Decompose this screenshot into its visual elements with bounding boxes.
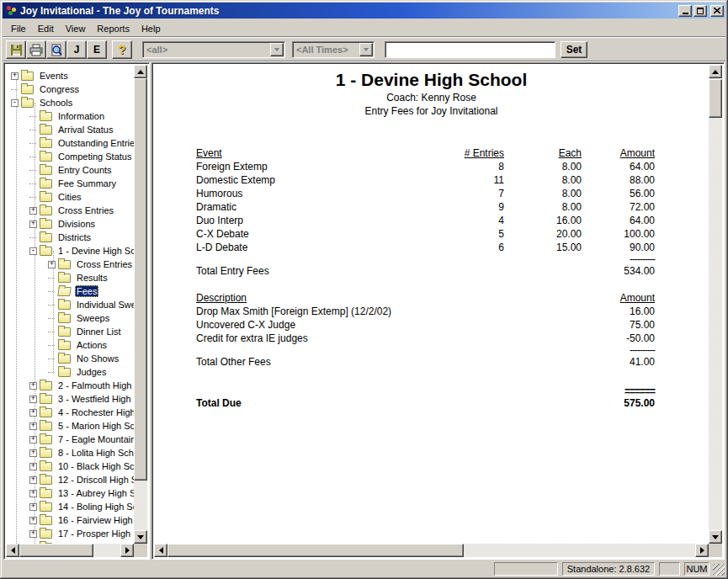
event-filter-combobox[interactable]: <all> — [142, 41, 285, 58]
tree-item-cross-entries[interactable]: +Cross Entries — [6, 258, 134, 271]
tree-label[interactable]: Actions — [75, 339, 109, 351]
entries-button[interactable]: E — [87, 40, 107, 59]
tree-label[interactable]: Results — [75, 272, 109, 284]
tree-label[interactable]: Individual Swee — [75, 299, 134, 311]
tree-item-4-rochester-high[interactable]: +4 - Rochester High — [6, 406, 134, 419]
tree-label[interactable]: 3 - Westfield High S — [56, 393, 134, 405]
plus-expander-icon[interactable]: + — [29, 517, 37, 524]
maximize-button[interactable] — [693, 5, 707, 17]
plus-expander-icon[interactable]: + — [29, 530, 37, 538]
plus-expander-icon[interactable]: + — [11, 72, 19, 80]
plus-expander-icon[interactable]: + — [48, 261, 56, 268]
tree-item-actions[interactable]: Actions — [6, 338, 134, 352]
tree-label[interactable]: Cities — [56, 191, 83, 203]
tree-label[interactable]: Divisions — [56, 218, 97, 230]
tree-item-individual-swee[interactable]: Individual Swee — [6, 298, 134, 311]
tree-label[interactable]: Competing Status — [56, 151, 133, 162]
tree-item-no-shows[interactable]: No Shows — [6, 352, 134, 365]
scroll-down-button[interactable] — [134, 530, 147, 544]
minimize-button[interactable] — [678, 5, 692, 17]
tree-item-12-driscoll-high-sc[interactable]: +12 - Driscoll High Sc — [6, 473, 134, 486]
minus-expander-icon[interactable]: - — [29, 247, 37, 255]
time-filter-combobox[interactable]: <All Times> — [292, 41, 375, 58]
tree-item-1-devine-high-sch[interactable]: -1 - Devine High Sch — [6, 244, 134, 258]
tree-item-7-eagle-mountain[interactable]: +7 - Eagle Mountain — [6, 433, 134, 446]
plus-expander-icon[interactable]: + — [29, 463, 37, 470]
tree-item-10-black-high-scho[interactable]: +10 - Black High Scho — [6, 459, 134, 473]
report-vscroll-thumb[interactable] — [709, 79, 722, 118]
tree-item-sweeps[interactable]: Sweeps — [6, 311, 134, 325]
print-button[interactable] — [26, 40, 46, 59]
tree-item-results[interactable]: Results — [6, 271, 134, 284]
tree-item-13-aubrey-high-sc[interactable]: +13 - Aubrey High Sc — [6, 486, 134, 500]
report-hscroll-thumb[interactable] — [167, 544, 464, 557]
plus-expander-icon[interactable]: + — [29, 490, 37, 497]
tree-label[interactable]: Sweeps — [75, 312, 111, 324]
resize-grip-icon[interactable] — [713, 564, 725, 576]
tree-label[interactable]: Cross Entries — [56, 205, 115, 216]
plus-expander-icon[interactable]: + — [29, 207, 37, 215]
tree-label[interactable]: Arrival Status — [56, 124, 114, 135]
report-horizontal-scrollbar[interactable] — [154, 544, 709, 557]
tree-label[interactable]: Fee Summary — [56, 178, 118, 189]
tree-label[interactable]: 14 - Boling High Sch — [56, 501, 134, 513]
plus-expander-icon[interactable]: + — [29, 449, 37, 457]
tree-item-competing-status[interactable]: Competing Status — [6, 150, 134, 163]
tree-vertical-scrollbar[interactable] — [134, 65, 147, 544]
tree-label[interactable]: 13 - Aubrey High Sc — [56, 487, 134, 499]
tree-item-dinner-list[interactable]: Dinner List — [6, 325, 134, 338]
scroll-right-button[interactable] — [120, 544, 134, 557]
judges-button[interactable]: J — [66, 40, 87, 59]
tree-label[interactable]: Districts — [56, 231, 93, 243]
report-vertical-scrollbar[interactable] — [709, 65, 722, 544]
menu-help[interactable]: Help — [136, 22, 167, 35]
tree-item-outstanding-entries[interactable]: Outstanding Entries — [6, 136, 134, 150]
tree-label[interactable]: 17 - Prosper High S — [56, 528, 134, 539]
set-button[interactable]: Set — [561, 41, 587, 58]
tree-label[interactable]: 8 - Lolita High Schoo — [56, 447, 134, 459]
tree-item-3-westfield-high-s[interactable]: +3 - Westfield High S — [6, 392, 134, 406]
tree-item-14-boling-high-sch[interactable]: +14 - Boling High Sch — [6, 500, 134, 513]
tree-vscroll-thumb[interactable] — [134, 78, 147, 481]
tree-label[interactable]: Judges — [75, 366, 108, 378]
tree-label[interactable]: Dinner List — [75, 326, 123, 337]
tree-item-fee-summary[interactable]: Fee Summary — [6, 177, 134, 190]
tree-label[interactable]: Entry Counts — [56, 164, 114, 176]
plus-expander-icon[interactable]: + — [29, 396, 37, 403]
tree-label[interactable]: Fees — [75, 285, 98, 297]
menu-edit[interactable]: Edit — [32, 22, 60, 35]
tree-item-congress[interactable]: Congress — [6, 82, 134, 96]
tree-label[interactable]: 10 - Black High Scho — [56, 460, 134, 472]
tree-label[interactable]: Schools — [38, 97, 74, 109]
scroll-left-button[interactable] — [154, 544, 167, 557]
scroll-left-button[interactable] — [6, 544, 19, 557]
tree-item-cities[interactable]: Cities — [6, 190, 134, 204]
tree-label[interactable]: No Shows — [75, 353, 120, 364]
tree-label[interactable]: 1 - Devine High Sch — [56, 245, 134, 257]
plus-expander-icon[interactable]: + — [29, 409, 37, 417]
minus-expander-icon[interactable]: - — [11, 99, 19, 107]
tree-item-judges[interactable]: Judges — [6, 365, 134, 379]
help-button[interactable]: ? — [112, 40, 132, 59]
tree-label[interactable]: 5 - Marion High Sch — [56, 420, 134, 432]
tree-label[interactable]: 2 - Falmouth High S — [56, 380, 134, 391]
plus-expander-icon[interactable]: + — [29, 382, 37, 390]
tree-item-districts[interactable]: Districts — [6, 231, 134, 244]
tree-item-cross-entries[interactable]: +Cross Entries — [6, 204, 134, 217]
tree-item-2-falmouth-high-s[interactable]: +2 - Falmouth High S — [6, 379, 134, 392]
tree-item-fees[interactable]: Fees — [6, 284, 134, 298]
tree-item-arrival-status[interactable]: Arrival Status — [6, 123, 134, 136]
menu-view[interactable]: View — [60, 22, 92, 35]
tree-item-schools[interactable]: -Schools — [6, 96, 134, 109]
plus-expander-icon[interactable]: + — [29, 503, 37, 511]
scroll-up-button[interactable] — [709, 65, 722, 78]
tree-item-information[interactable]: Information — [6, 109, 134, 123]
tree-item-entry-counts[interactable]: Entry Counts — [6, 163, 134, 177]
tree-label[interactable]: 7 - Eagle Mountain — [56, 433, 134, 445]
chevron-down-icon[interactable] — [270, 43, 284, 56]
print-preview-button[interactable] — [46, 40, 66, 59]
plus-expander-icon[interactable]: + — [29, 436, 37, 444]
tree-item-events[interactable]: +Events — [6, 69, 134, 82]
save-button[interactable] — [6, 40, 26, 59]
tree-hscroll-thumb[interactable] — [19, 544, 93, 557]
